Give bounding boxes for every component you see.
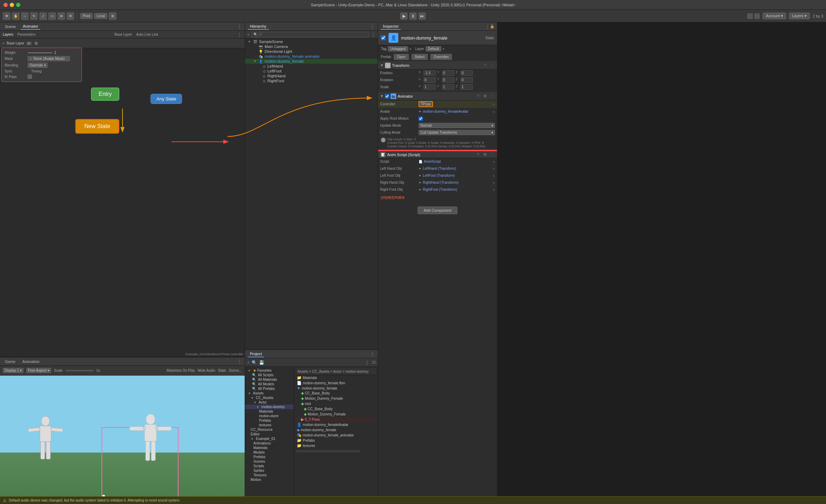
hierarchy-item-rightfoot[interactable]: ◇ RightFoot xyxy=(245,78,378,83)
transform-more-icon[interactable]: ⋮ xyxy=(489,63,495,68)
collab-icon[interactable] xyxy=(747,13,753,19)
tag-value[interactable]: Untagged xyxy=(388,46,408,51)
ik-pass-checkbox[interactable]: ✓ xyxy=(28,75,32,79)
hierarchy-item-samplescene[interactable]: ▼ 🎬 SampleScene xyxy=(245,39,378,44)
hierarchy-item-female[interactable]: ▼ 👤 motion-dummy_female xyxy=(245,59,378,64)
anim-script-help-icon[interactable]: ? xyxy=(475,152,481,158)
scale-y-input[interactable] xyxy=(442,84,454,90)
settings-icon[interactable]: ⚙ xyxy=(34,41,38,46)
anim-script-settings-icon[interactable]: ⚙ xyxy=(482,152,488,158)
right-hand-select-btn[interactable]: ○ xyxy=(492,180,495,185)
rot-z-input[interactable] xyxy=(461,77,473,83)
hierarchy-item-camera[interactable]: 📷 Main Camera xyxy=(245,44,378,49)
maximize-button[interactable] xyxy=(16,3,20,7)
hierarchy-item-lefthand[interactable]: ◇ LeftHand xyxy=(245,64,378,69)
project-dots[interactable]: ⋮ xyxy=(365,360,370,365)
animator-layers-tab[interactable]: Layers xyxy=(3,33,13,36)
hand-tool-icon[interactable]: ✋ xyxy=(12,12,20,20)
rot-y-input[interactable] xyxy=(442,77,454,83)
inspector-tab[interactable]: Inspector xyxy=(381,23,401,30)
any-state-node[interactable]: Any State xyxy=(150,94,182,104)
project-menu[interactable]: ⋮ xyxy=(370,351,375,357)
motion-dummy-item[interactable]: ▼ motion-dummy xyxy=(245,405,294,409)
hierarchy-dots[interactable]: ⋮ xyxy=(371,32,376,37)
all-models-item[interactable]: 🔍 All Models xyxy=(245,382,294,386)
gizmos-label[interactable]: Gizmo... xyxy=(229,369,242,372)
ex-prefabs-item[interactable]: Prefabs xyxy=(245,455,294,459)
transform-help-icon[interactable]: ? xyxy=(482,63,488,68)
asset-motion-dummy-female-2[interactable]: ◈ Motion_Dummy_Female xyxy=(295,412,376,417)
step-button[interactable]: ⏭ xyxy=(419,13,426,20)
prefabs-subfolder[interactable]: Prefabs xyxy=(245,418,294,423)
asset-cc-base-body-2[interactable]: ◈ CC_Base_Body xyxy=(295,406,376,412)
scale-z-input[interactable] xyxy=(461,84,473,90)
animator-more-icon[interactable]: ⋮ xyxy=(489,93,495,99)
game-viewport[interactable] xyxy=(0,376,245,504)
hierarchy-item-leftfoot[interactable]: ◇ LeftFoot xyxy=(245,69,378,74)
scale-slider[interactable] xyxy=(65,370,93,371)
ex-materials-item[interactable]: Materials xyxy=(245,446,294,450)
hierarchy-item-righthand[interactable]: ◇ RightHand xyxy=(245,74,378,78)
animator-tab[interactable]: Animator xyxy=(21,23,40,30)
animations-item[interactable]: Animations xyxy=(245,441,294,446)
add-component-button[interactable]: Add Component xyxy=(418,206,457,214)
new-state-node[interactable]: New State xyxy=(75,119,119,134)
asset-motion-dummy-female[interactable]: ◈ Motion_Dummy_Female xyxy=(295,396,376,401)
rot-x-input[interactable] xyxy=(424,77,436,83)
play-button[interactable]: ▶ xyxy=(400,13,407,20)
anim-script-more-icon[interactable]: ⋮ xyxy=(489,152,495,158)
right-foot-select-btn[interactable]: ○ xyxy=(492,187,495,192)
cloud-icon[interactable] xyxy=(754,13,760,19)
rotate-tool-icon[interactable]: ↻ xyxy=(30,12,38,20)
controller-select-btn[interactable]: ○ xyxy=(492,102,495,107)
scale-tool-icon[interactable]: ⤢ xyxy=(39,12,47,20)
pivot-button[interactable]: Pivot xyxy=(80,13,93,19)
cc-assets-item[interactable]: ▼ CC_Assets xyxy=(245,396,294,400)
script-select-btn[interactable]: ○ xyxy=(492,159,495,164)
select-button[interactable]: Select xyxy=(412,54,428,60)
project-search-icon[interactable]: 🔍 xyxy=(252,360,257,365)
left-foot-select-btn[interactable]: ○ xyxy=(492,173,495,178)
mask-dropdown[interactable]: ✦ None (Avatar Mask) ○ xyxy=(28,56,70,61)
project-scrollbar[interactable] xyxy=(295,450,360,453)
pos-z-input[interactable] xyxy=(461,70,473,76)
all-scripts-item[interactable]: 🔍 All Scripts xyxy=(245,373,294,377)
animator-viewport[interactable]: + Base Layer IK ⚙ Weight 1 xyxy=(0,38,245,357)
mask-circle-btn[interactable]: ○ xyxy=(66,57,68,61)
ex-scripts-item[interactable]: Scripts xyxy=(245,464,294,468)
custom-tool-icon[interactable]: ⚙ xyxy=(66,12,74,20)
ex-scenes-item[interactable]: Scenes xyxy=(245,459,294,464)
asset-tpose[interactable]: ▶ 0_T-Pose xyxy=(295,417,376,422)
scene-tab[interactable]: Scene xyxy=(3,24,18,29)
maximize-label[interactable]: Maximize On Play xyxy=(167,369,195,372)
ex-textures-item[interactable]: Textures xyxy=(245,473,294,477)
inspector-lock-icon[interactable]: 🔓 xyxy=(490,24,494,28)
minimize-button[interactable] xyxy=(10,3,14,7)
animator-help-icon[interactable]: ? xyxy=(475,93,481,99)
display-select[interactable]: Display 1 ▾ xyxy=(3,368,23,373)
animator-menu[interactable]: ⋮ xyxy=(237,24,242,29)
weight-slider[interactable] xyxy=(28,52,52,53)
left-hand-select-btn[interactable]: ○ xyxy=(492,166,495,171)
animator-expand-arrow[interactable]: ▼ xyxy=(380,94,384,98)
motion-dumr-item[interactable]: motion-dumr xyxy=(245,414,294,418)
auto-live-link[interactable]: Auto Live Link xyxy=(136,33,158,36)
blending-dropdown[interactable]: Override ▾ xyxy=(28,63,48,68)
layer-value[interactable]: Default xyxy=(426,46,442,51)
hierarchy-menu[interactable]: ⋮ xyxy=(370,24,375,29)
pause-button[interactable]: ⏸ xyxy=(410,13,416,20)
rect-tool-icon[interactable]: ▭ xyxy=(48,12,56,20)
entry-node[interactable]: Entry xyxy=(91,88,119,101)
open-button[interactable]: Open xyxy=(394,54,408,60)
actor-item[interactable]: ▼ Actor xyxy=(245,400,294,405)
pos-x-input[interactable] xyxy=(424,70,436,76)
asset-root[interactable]: ◈ root xyxy=(295,401,376,406)
hierarchy-add-btn[interactable]: + xyxy=(247,32,250,37)
hierarchy-item-light[interactable]: 💡 Directional Light xyxy=(245,49,378,54)
example01-item[interactable]: ▼ Example_01 xyxy=(245,436,294,441)
hierarchy-tab[interactable]: Hierarchy xyxy=(248,23,268,30)
grid-icon[interactable]: ⊞ xyxy=(109,12,117,20)
account-button[interactable]: Account ▾ xyxy=(763,13,786,19)
scale-x-input[interactable] xyxy=(424,84,436,90)
transform-tools-icon[interactable]: ✥ xyxy=(3,12,10,20)
